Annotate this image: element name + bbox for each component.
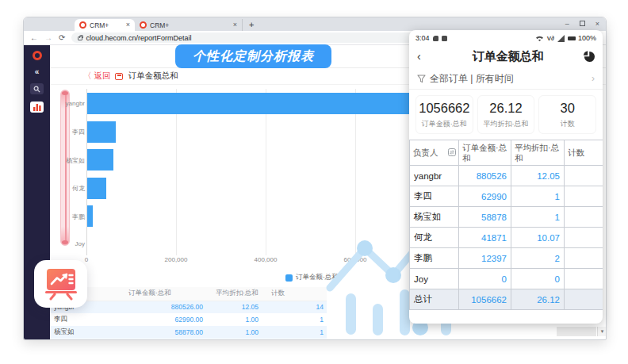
scrollbar-arrow[interactable]: ▾ bbox=[597, 327, 606, 336]
slider-handle-top[interactable] bbox=[62, 91, 68, 95]
value-cell bbox=[565, 248, 603, 269]
phone-table-row: 杨宝如588781 bbox=[410, 207, 603, 228]
x-axis-tick-label: 400,000 bbox=[255, 256, 278, 263]
chart-bar bbox=[87, 205, 93, 227]
browser-tab-1[interactable]: CRM+ × bbox=[75, 19, 135, 31]
legend-swatch bbox=[285, 274, 293, 282]
person-cell: 李四 bbox=[410, 186, 459, 207]
column-header: 平均折扣·总和 bbox=[206, 287, 262, 301]
battery-percent: 100% bbox=[578, 34, 596, 42]
value-cell: 1 bbox=[262, 313, 327, 326]
report-data-table: 负责人订单金额·总和平均折扣·总和计数 yangbr880526.0012.05… bbox=[51, 287, 327, 339]
maximize-button[interactable] bbox=[580, 21, 585, 26]
close-button[interactable]: × bbox=[595, 18, 599, 29]
stat-label: 计数 bbox=[539, 119, 595, 129]
value-cell: 0 bbox=[459, 269, 511, 289]
stat-card: 1056662订单金额·总和 bbox=[415, 95, 473, 134]
notification-icon bbox=[433, 36, 438, 41]
value-cell: 14 bbox=[262, 301, 327, 313]
phone-back-icon[interactable]: ‹ bbox=[417, 50, 433, 63]
pie-chart-icon[interactable] bbox=[583, 51, 595, 63]
phone-table-row: 何龙4187110.07 bbox=[410, 228, 603, 248]
y-axis-category-label: 杨宝如 bbox=[50, 156, 85, 165]
new-tab-button[interactable]: + bbox=[249, 19, 254, 31]
stat-label: 订单金额·总和 bbox=[416, 119, 473, 129]
tab-close-icon[interactable]: × bbox=[126, 21, 130, 29]
tab-title: CRM+ bbox=[150, 21, 230, 29]
person-cell: yangbr bbox=[410, 166, 459, 186]
annotation-banner: 个性化定制分析报表 bbox=[175, 44, 331, 68]
back-icon[interactable]: ← bbox=[30, 34, 38, 42]
phone-column-header: 计数 bbox=[565, 140, 603, 166]
url-text: cloud.hecom.cn/reportFormDetail bbox=[86, 34, 191, 42]
value-cell: 1056662 bbox=[459, 289, 511, 310]
report-module-icon[interactable] bbox=[30, 102, 44, 113]
value-cell: 58878.00 bbox=[119, 326, 206, 339]
swap-sort-icon[interactable] bbox=[448, 148, 456, 156]
chart-bar bbox=[87, 121, 116, 143]
value-cell: 880526 bbox=[459, 166, 511, 186]
value-cell bbox=[565, 186, 603, 207]
report-fab-button[interactable] bbox=[34, 260, 87, 308]
minimize-button[interactable]: – bbox=[565, 18, 569, 29]
stat-card: 30计数 bbox=[538, 95, 596, 134]
x-axis-tick-label: 200,000 bbox=[165, 256, 188, 263]
y-axis-category-label: 李鹏 bbox=[50, 213, 85, 221]
phone-filter-bar[interactable]: 全部订单 | 所有时间 › bbox=[409, 68, 603, 90]
padlock-icon bbox=[78, 36, 82, 40]
table-row: 杨宝如58878.001.001 bbox=[51, 326, 327, 339]
report-icon bbox=[115, 73, 123, 80]
volte-icon: V∂ bbox=[547, 35, 554, 42]
table-body: yangbr880526.0012.0514李四62990.001.001杨宝如… bbox=[51, 301, 327, 339]
value-cell: 1 bbox=[262, 326, 327, 339]
chevron-right-icon: › bbox=[592, 73, 595, 84]
wifi-icon bbox=[535, 35, 544, 42]
stat-value: 30 bbox=[539, 101, 595, 116]
forward-icon[interactable]: → bbox=[44, 34, 52, 42]
phone-column-header: 订单金额·总和 bbox=[459, 140, 511, 166]
presentation-chart-icon bbox=[44, 267, 78, 301]
stat-value: 1056662 bbox=[416, 101, 473, 116]
phone-table-row: yangbr88052612.05 bbox=[410, 166, 603, 186]
tab-close-icon[interactable]: × bbox=[233, 21, 237, 29]
person-cell: 杨宝如 bbox=[410, 207, 459, 228]
window-controls: – × bbox=[565, 18, 599, 29]
person-cell: 杨宝如 bbox=[51, 326, 119, 339]
phone-table-row: 李四629901 bbox=[410, 186, 603, 207]
value-cell: 2 bbox=[511, 248, 565, 269]
column-header: 订单金额·总和 bbox=[119, 287, 206, 301]
chart-bar bbox=[87, 178, 106, 199]
person-cell: 何龙 bbox=[410, 228, 459, 248]
stat-card: 26.12平均折扣·总和 bbox=[477, 95, 535, 134]
stat-value: 26.12 bbox=[478, 101, 534, 116]
datazoom-slider[interactable] bbox=[60, 90, 70, 246]
value-cell: 880526.00 bbox=[119, 301, 206, 313]
browser-tab-2[interactable]: CRM+ × bbox=[135, 19, 243, 31]
search-icon[interactable] bbox=[30, 83, 44, 94]
phone-table-row: Joy00 bbox=[410, 269, 603, 289]
y-axis-category-label: 李四 bbox=[50, 128, 85, 136]
back-link[interactable]: 〈 返回 bbox=[83, 71, 110, 82]
value-cell bbox=[565, 228, 603, 248]
collapse-icon[interactable]: « bbox=[35, 67, 40, 76]
table-row: 李四62990.001.001 bbox=[51, 313, 327, 326]
mobile-preview-panel: 3:04 V∂ 100% ‹ 订单金额总和 bbox=[409, 30, 603, 324]
crm-logo-icon bbox=[33, 51, 42, 60]
person-cell: 总计 bbox=[410, 289, 459, 310]
value-cell: 41871 bbox=[459, 228, 511, 248]
value-cell: 12.05 bbox=[511, 166, 565, 186]
battery-icon bbox=[568, 36, 575, 40]
refresh-icon[interactable]: ⟳ bbox=[59, 34, 65, 42]
page-title: 订单金额总和 bbox=[128, 71, 178, 82]
person-cell: 李鹏 bbox=[410, 248, 459, 269]
value-cell: 26.12 bbox=[511, 289, 565, 310]
value-cell bbox=[565, 207, 603, 228]
value-cell: 12.05 bbox=[206, 301, 262, 313]
x-axis-tick-label: 0 bbox=[85, 256, 88, 263]
column-header: 计数 bbox=[262, 287, 327, 301]
signal-icon bbox=[557, 35, 565, 42]
horizontal-scrollbar[interactable] bbox=[557, 327, 596, 336]
phone-data-table: 负责人订单金额·总和平均折扣·总和计数 yangbr88052612.05李四6… bbox=[409, 140, 603, 310]
value-cell: 1.00 bbox=[206, 326, 262, 339]
value-cell: 58878 bbox=[459, 207, 511, 228]
